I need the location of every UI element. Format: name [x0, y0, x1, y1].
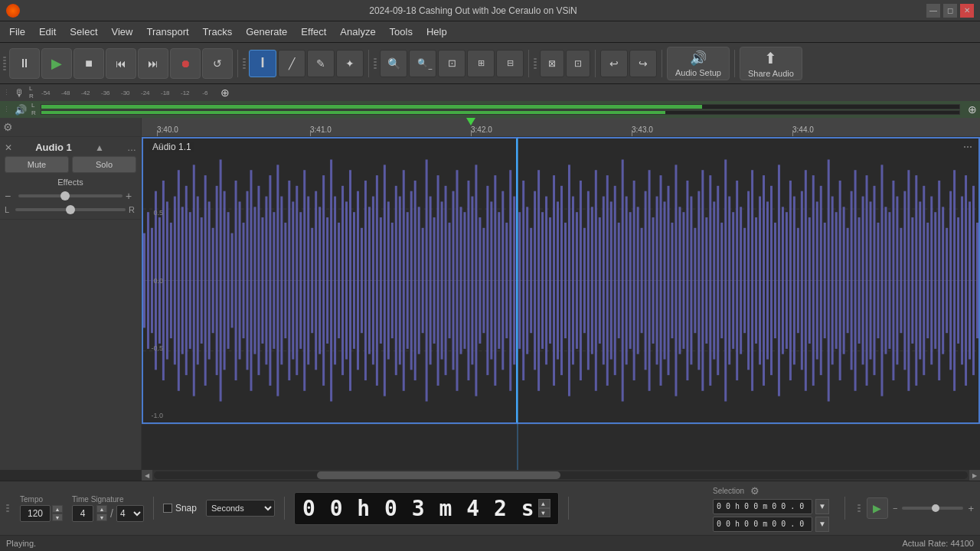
ts-num-up[interactable]: ▲: [96, 505, 107, 513]
menu-edit[interactable]: Edit: [33, 24, 62, 39]
tempo-down-button[interactable]: ▼: [52, 514, 63, 521]
tempo-input[interactable]: [20, 505, 51, 522]
tools-drag-handle[interactable]: [243, 50, 247, 77]
timecode-down[interactable]: ▼: [538, 508, 550, 517]
undo-drag-handle[interactable]: [534, 50, 538, 77]
menu-transport[interactable]: Transport: [140, 24, 194, 39]
gain-slider[interactable]: [18, 194, 122, 197]
output-gain-icon[interactable]: ⊕: [968, 103, 977, 116]
svg-rect-76: [422, 228, 424, 333]
time-sig-denominator[interactable]: 4 2 8: [116, 505, 144, 522]
track-title-row: ✕ Audio 1 ▲ …: [5, 142, 136, 153]
footer-sep-4: [844, 497, 845, 520]
play-button[interactable]: ▶: [41, 48, 72, 79]
output-meter-drag[interactable]: ⋮: [3, 106, 10, 113]
track-collapse-button[interactable]: ▲: [95, 142, 104, 153]
restore-button[interactable]: ◻: [943, 4, 957, 18]
selection-end-input[interactable]: [713, 517, 812, 532]
selection-start-dropdown[interactable]: ▼: [815, 499, 829, 514]
pan-slider[interactable]: [15, 208, 126, 211]
menu-tracks[interactable]: Tracks: [197, 24, 239, 39]
zoom-toggle-button[interactable]: ⊟: [496, 50, 524, 77]
zoom-drag-handle[interactable]: [374, 50, 378, 77]
gain-decrease-button[interactable]: −: [5, 190, 15, 202]
menu-analyze[interactable]: Analyze: [334, 24, 381, 39]
redo-button[interactable]: ↪: [629, 50, 657, 77]
menu-generate[interactable]: Generate: [240, 24, 293, 39]
solo-button[interactable]: Solo: [72, 156, 136, 173]
time-sig-numerator[interactable]: [72, 505, 93, 522]
multi-tool-button[interactable]: ✦: [336, 50, 364, 77]
zoom-out-button[interactable]: 🔍−: [409, 50, 436, 77]
speed-slider[interactable]: [902, 507, 963, 510]
speed-drag-handle[interactable]: [858, 497, 862, 520]
svg-rect-173: [789, 181, 792, 380]
menu-file[interactable]: File: [3, 24, 31, 39]
timecode-up[interactable]: ▲: [538, 499, 550, 508]
effects-label[interactable]: Effects: [5, 178, 136, 187]
scroll-track[interactable]: [154, 471, 968, 479]
snap-checkbox[interactable]: [163, 504, 172, 513]
ruler-gear-icon[interactable]: ⚙: [3, 121, 13, 133]
track-menu-button[interactable]: …: [127, 142, 136, 153]
menu-tools[interactable]: Tools: [384, 24, 419, 39]
menu-select[interactable]: Select: [64, 24, 103, 39]
ts-num-down[interactable]: ▼: [96, 514, 107, 521]
draw-tool-button[interactable]: ✎: [307, 50, 335, 77]
svg-rect-143: [675, 165, 677, 396]
selection-gear-icon[interactable]: ⚙: [750, 485, 760, 497]
zoom-in-button[interactable]: 🔍: [380, 50, 407, 77]
svg-rect-214: [946, 228, 948, 333]
skip-forward-button[interactable]: ⏭: [138, 48, 168, 79]
waveform-track[interactable]: Audio 1.1 ⋯ 1.0 0.5 0.0 -0.5 -1.0: [142, 137, 980, 424]
footer-drag-handle[interactable]: [6, 497, 11, 520]
menu-view[interactable]: View: [106, 24, 139, 39]
svg-rect-100: [513, 197, 515, 365]
footer-play-button[interactable]: ▶: [867, 497, 888, 519]
time-shift-button[interactable]: ⊠: [540, 50, 564, 77]
gain-increase-button[interactable]: +: [126, 190, 136, 202]
trim-button[interactable]: ⊡: [566, 50, 590, 77]
input-gain-icon[interactable]: ⊕: [220, 86, 230, 99]
svg-rect-84: [452, 191, 455, 370]
minimize-button[interactable]: —: [926, 4, 940, 18]
input-meter-drag[interactable]: ⋮: [3, 89, 10, 96]
output-meter-bar: [41, 104, 960, 115]
track-close-button[interactable]: ✕: [5, 142, 12, 153]
pause-button[interactable]: ⏸: [9, 48, 40, 79]
gain-control: − +: [5, 190, 136, 202]
tempo-up-button[interactable]: ▲: [52, 505, 63, 513]
svg-rect-98: [505, 223, 508, 338]
svg-rect-209: [926, 223, 929, 338]
toolbar-drag-handle[interactable]: [3, 50, 8, 77]
stop-button[interactable]: ■: [74, 48, 104, 79]
mute-button[interactable]: Mute: [5, 156, 69, 173]
scroll-right-arrow[interactable]: ▶: [969, 470, 980, 481]
fit-view-button[interactable]: ⊡: [438, 50, 466, 77]
output-meter-row: ⋮ 🔊 LR ⊕: [0, 101, 980, 118]
scroll-left-arrow[interactable]: ◀: [142, 470, 152, 481]
selection-start-input[interactable]: [713, 499, 812, 514]
selection-end-dropdown[interactable]: ▼: [815, 517, 829, 532]
svg-rect-44: [299, 212, 302, 349]
menu-help[interactable]: Help: [420, 24, 453, 39]
playhead-marker[interactable]: [471, 118, 480, 126]
undo-button[interactable]: ↩: [600, 50, 628, 77]
skip-back-button[interactable]: ⏮: [106, 48, 136, 79]
zoom-sel-button[interactable]: ⊞: [467, 50, 495, 77]
svg-rect-178: [808, 217, 811, 344]
share-audio-button[interactable]: ⬆ Share Audio: [740, 47, 802, 80]
svg-rect-184: [831, 197, 834, 365]
menu-effect[interactable]: Effect: [295, 24, 332, 39]
speed-plus-icon[interactable]: +: [968, 503, 974, 514]
seconds-dropdown[interactable]: Seconds Beats Samples: [206, 500, 275, 517]
loop-button[interactable]: ↺: [202, 48, 233, 79]
audio-setup-button[interactable]: 🔊 Audio Setup: [667, 47, 730, 80]
select-tool-button[interactable]: I: [249, 50, 276, 77]
close-button[interactable]: ✕: [960, 4, 974, 18]
scroll-thumb[interactable]: [317, 471, 561, 479]
waveform-menu-button[interactable]: ⋯: [963, 142, 972, 152]
envelope-tool-button[interactable]: ╱: [278, 50, 305, 77]
record-button[interactable]: ⏺: [170, 48, 201, 79]
svg-rect-74: [414, 181, 416, 380]
